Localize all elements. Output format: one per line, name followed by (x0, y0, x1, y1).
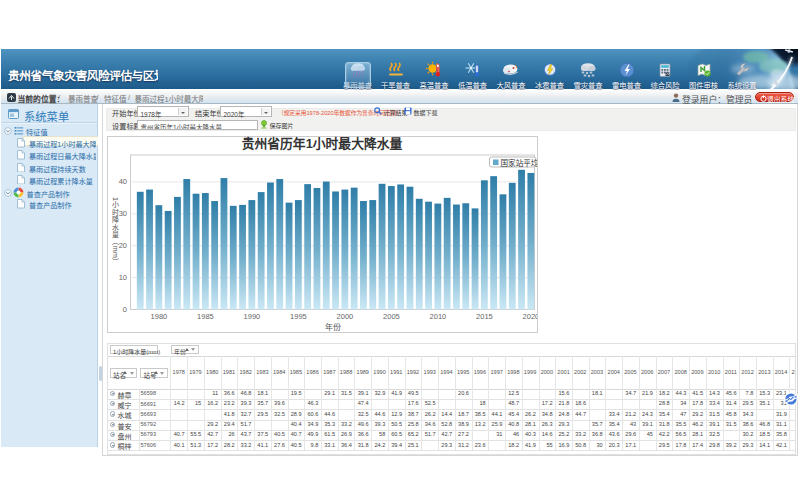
svg-text:20: 20 (119, 241, 127, 250)
svg-text:1980: 1980 (151, 312, 168, 321)
svg-text:2010: 2010 (430, 312, 447, 321)
svg-text:2015: 2015 (476, 312, 493, 321)
svg-text:1990: 1990 (244, 312, 261, 321)
svg-text:2005: 2005 (383, 312, 400, 321)
svg-text:10: 10 (119, 273, 127, 282)
svg-text:1995: 1995 (290, 312, 307, 321)
svg-text:年份: 年份 (325, 322, 341, 332)
svg-text:0: 0 (123, 305, 127, 314)
svg-text:贵州省历年1小时最大降水量: 贵州省历年1小时最大降水量 (242, 136, 403, 151)
svg-text:2000: 2000 (337, 312, 354, 321)
svg-text:1985: 1985 (197, 312, 214, 321)
svg-text:30: 30 (119, 209, 127, 218)
svg-text:国家站平均: 国家站平均 (501, 158, 538, 168)
svg-text:40: 40 (119, 177, 127, 186)
svg-text:2020: 2020 (523, 312, 537, 321)
